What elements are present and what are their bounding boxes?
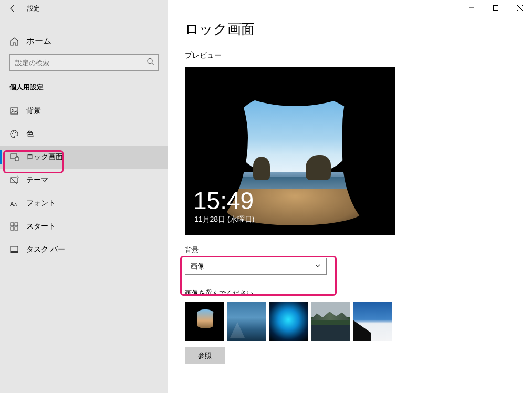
maximize-icon bbox=[493, 5, 498, 11]
home-icon bbox=[9, 37, 19, 46]
svg-point-4 bbox=[12, 133, 13, 134]
sidebar-item-lockscreen[interactable]: ロック画面 bbox=[0, 146, 168, 169]
palette-icon bbox=[9, 129, 19, 139]
search-input[interactable] bbox=[9, 54, 159, 71]
svg-point-3 bbox=[12, 109, 14, 111]
thumbnail-row bbox=[185, 302, 532, 341]
arrow-left-icon bbox=[8, 4, 17, 13]
svg-point-5 bbox=[13, 131, 14, 132]
svg-rect-8 bbox=[15, 157, 18, 161]
start-icon bbox=[9, 222, 19, 231]
minimize-button[interactable] bbox=[460, 0, 484, 16]
sidebar: 設定 ホーム 個人用設定 背景 色 bbox=[0, 0, 168, 393]
lockscreen-icon bbox=[9, 152, 19, 162]
svg-rect-13 bbox=[15, 223, 18, 226]
sidebar-item-label: テーマ bbox=[26, 175, 48, 185]
thumbnail-option[interactable] bbox=[227, 302, 266, 341]
home-link[interactable]: ホーム bbox=[0, 29, 168, 52]
minimize-icon bbox=[469, 5, 474, 11]
window-title: 設定 bbox=[27, 4, 40, 13]
svg-rect-19 bbox=[494, 6, 498, 11]
chevron-down-icon bbox=[315, 263, 321, 271]
sidebar-section-title: 個人用設定 bbox=[0, 82, 168, 99]
preview-time: 15:49 bbox=[193, 189, 254, 213]
sidebar-item-label: フォント bbox=[26, 199, 56, 208]
page-title: ロック画面 bbox=[185, 20, 532, 38]
svg-rect-15 bbox=[15, 227, 18, 230]
main-panel: ロック画面 プレビュー 15:49 11月28日 (水曜日) 背景 画像 bbox=[168, 0, 532, 393]
thumbnail-option[interactable] bbox=[269, 302, 308, 341]
taskbar-icon bbox=[9, 245, 19, 254]
choose-image-label: 画像を選んでください bbox=[185, 288, 532, 298]
close-icon bbox=[517, 5, 523, 11]
svg-text:A: A bbox=[10, 201, 14, 207]
home-label: ホーム bbox=[26, 36, 51, 47]
lockscreen-preview: 15:49 11月28日 (水曜日) bbox=[185, 67, 395, 235]
sidebar-item-label: タスク バー bbox=[26, 245, 65, 254]
sidebar-item-taskbar[interactable]: タスク バー bbox=[0, 238, 168, 261]
font-icon: AA bbox=[9, 199, 19, 208]
svg-rect-2 bbox=[11, 108, 18, 114]
browse-button[interactable]: 参照 bbox=[185, 347, 225, 364]
svg-text:A: A bbox=[14, 202, 17, 207]
thumbnail-option[interactable] bbox=[311, 302, 350, 341]
sidebar-item-fonts[interactable]: AA フォント bbox=[0, 192, 168, 215]
sidebar-item-start[interactable]: スタート bbox=[0, 215, 168, 238]
thumbnail-option[interactable] bbox=[353, 302, 392, 341]
background-select[interactable]: 画像 bbox=[185, 258, 327, 275]
background-select-value: 画像 bbox=[191, 262, 204, 271]
sidebar-item-colors[interactable]: 色 bbox=[0, 122, 168, 146]
preview-section-label: プレビュー bbox=[185, 51, 532, 60]
sidebar-item-label: 背景 bbox=[26, 106, 41, 116]
sidebar-item-label: スタート bbox=[26, 222, 56, 231]
back-button[interactable] bbox=[5, 1, 20, 16]
maximize-button[interactable] bbox=[484, 0, 508, 16]
themes-icon bbox=[9, 175, 19, 185]
sidebar-item-themes[interactable]: テーマ bbox=[0, 169, 168, 192]
svg-point-6 bbox=[15, 132, 16, 133]
svg-rect-12 bbox=[11, 223, 14, 226]
preview-date: 11月28日 (水曜日) bbox=[194, 215, 254, 224]
sidebar-item-label: 色 bbox=[26, 129, 34, 139]
close-button[interactable] bbox=[508, 0, 532, 16]
thumbnail-option[interactable] bbox=[185, 302, 224, 341]
background-label: 背景 bbox=[185, 245, 532, 255]
sidebar-item-background[interactable]: 背景 bbox=[0, 99, 168, 122]
svg-rect-17 bbox=[11, 251, 18, 253]
sidebar-item-label: ロック画面 bbox=[26, 152, 63, 162]
picture-icon bbox=[9, 106, 19, 116]
svg-rect-14 bbox=[11, 227, 14, 230]
